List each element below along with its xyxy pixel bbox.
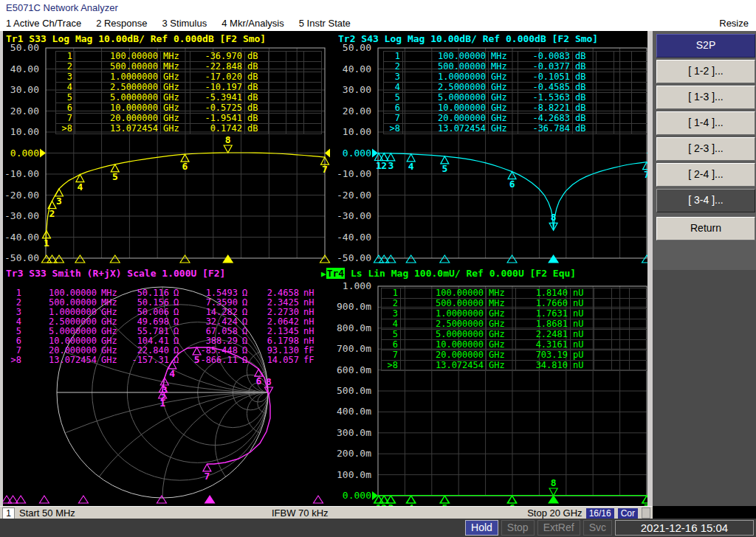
softkey-button-2[interactable]: [ 1-3 ]... <box>656 86 755 109</box>
menu-item-1[interactable]: 1 Active Ch/Trace <box>6 18 81 29</box>
status-blank-box <box>642 507 650 519</box>
softkey-return-button[interactable]: Return <box>656 217 755 240</box>
marker-row: >813.072454GHz-157.31Ω-866.11Ω14.057fF <box>7 356 320 365</box>
stimulus-marker-1[interactable] <box>2 496 12 503</box>
y-axis-tick: 10.00 <box>343 126 371 137</box>
smith-marker-7-indicator[interactable]: 7 <box>203 464 211 482</box>
points-badge: 16/16 <box>586 508 614 519</box>
svg-text:8: 8 <box>551 212 557 223</box>
marker-2-indicator[interactable]: 2 <box>380 496 388 506</box>
marker-4-indicator[interactable]: 4 <box>407 496 415 506</box>
marker-row: 42.5000000GHz1.8681nU <box>382 319 647 330</box>
marker-5-indicator[interactable]: 5 <box>441 156 449 174</box>
y-axis-tick: 50.00 <box>10 43 39 53</box>
y-axis-tick: 30.00 <box>343 84 371 95</box>
marker-row: >813.072454GHz0.1742dB <box>56 124 322 134</box>
stimulus-marker-8[interactable] <box>205 496 215 503</box>
marker-3-indicator[interactable]: 3 <box>55 189 63 207</box>
y-axis-tick: 100.0m <box>337 469 371 480</box>
marker-5-indicator[interactable]: 5 <box>441 496 449 506</box>
extref-indicator: ExtRef <box>537 520 580 536</box>
stimulus-marker-3[interactable] <box>386 255 396 263</box>
marker-3-indicator[interactable]: 3 <box>387 496 395 506</box>
stimulus-marker-8[interactable] <box>549 255 558 263</box>
resize-control[interactable]: Resize <box>719 18 749 29</box>
y-axis-tick: -20.00 <box>4 190 39 201</box>
menu-item-4[interactable]: 4 Mkr/Analysis <box>221 18 284 29</box>
y-axis-tick: 40.00 <box>343 63 371 75</box>
svg-text:6: 6 <box>255 375 261 387</box>
softkey-panel-filler <box>653 270 756 506</box>
marker-row: 610.000000GHz-0.5725dB <box>56 103 322 114</box>
sweep-stop-label: Stop 20 GHz <box>527 507 582 519</box>
marker-3-indicator[interactable]: 3 <box>387 153 395 171</box>
y-axis-tick: 40.00 <box>10 63 39 75</box>
menu-item-5[interactable]: 5 Instr State <box>299 18 351 29</box>
marker-row: 1100.00000MHz1.8140nU <box>382 288 647 299</box>
ref-level-arrow-left <box>40 149 46 158</box>
stimulus-marker-5[interactable] <box>78 496 88 503</box>
svg-text:4: 4 <box>78 181 83 193</box>
trace2-marker-table: 1100.00000MHz-0.0083dB2500.00000MHz-0.03… <box>383 51 650 134</box>
stimulus-marker-6[interactable] <box>157 496 166 503</box>
marker-4-indicator[interactable]: 4 <box>76 175 84 193</box>
softkey-button-1[interactable]: [ 1-2 ]... <box>656 60 755 83</box>
y-axis-tick: -10.00 <box>337 168 371 179</box>
y-axis-tick: 900.0m <box>337 301 371 312</box>
marker-6-indicator[interactable]: 6 <box>508 496 516 506</box>
system-status-bar: Hold Stop ExtRef Svc 2021-12-16 15:04 <box>0 519 756 537</box>
stimulus-marker-8[interactable] <box>223 255 233 263</box>
sweep-start-label: Start 50 MHz <box>19 507 75 519</box>
stimulus-marker-4[interactable] <box>39 496 49 503</box>
stimulus-marker-7[interactable] <box>314 496 323 503</box>
stimulus-marker-4[interactable] <box>406 255 416 263</box>
y-axis-tick: 30.00 <box>10 84 39 95</box>
marker-row: 720.000000GHz-4.2683dB <box>384 114 650 124</box>
y-axis-tick: 600.0m <box>337 364 371 375</box>
marker-row: 720.000000GHz703.19pU <box>382 350 647 361</box>
marker-row: 31.0000000GHz1.7631nU <box>382 309 647 319</box>
svc-indicator: Svc <box>583 520 612 536</box>
app-window: E5071C Network Analyzer 1 Active Ch/Trac… <box>0 0 756 537</box>
svg-text:8: 8 <box>225 134 231 145</box>
stimulus-marker-5[interactable] <box>440 255 450 263</box>
marker-row: 42.5000000GHz49.698Ω32.424Ω2.0642nH <box>7 317 320 327</box>
softkey-title-s2p[interactable]: S2P <box>656 34 755 58</box>
marker-5-indicator[interactable]: 5 <box>111 164 119 182</box>
marker-row: >813.072454GHz-36.784dB <box>384 124 650 134</box>
marker-2-indicator[interactable]: 2 <box>380 153 388 171</box>
y-axis-tick: 20.00 <box>343 105 371 117</box>
softkey-button-3[interactable]: [ 1-4 ]... <box>656 111 755 135</box>
marker-row: 31.0000000GHz-17.020dB <box>56 72 322 83</box>
softkey-button-5[interactable]: [ 2-4 ]... <box>656 163 755 187</box>
y-axis-tick: 400.0m <box>337 406 371 417</box>
y-axis-tick: 200.0m <box>337 448 371 459</box>
marker-8-indicator[interactable]: 8 <box>224 134 232 153</box>
y-axis-tick: 0.000 <box>343 148 371 159</box>
y-axis-tick: 50.00 <box>343 43 371 53</box>
svg-text:5: 5 <box>112 171 118 182</box>
marker-row: 720.000000GHz-1.9541dB <box>56 114 322 124</box>
menu-items: 1 Active Ch/Trace2 Response3 Stimulus4 M… <box>6 15 351 31</box>
softkey-button-4[interactable]: [ 2-3 ]... <box>656 137 755 161</box>
svg-text:8: 8 <box>266 376 272 387</box>
marker-4-indicator[interactable]: 4 <box>407 154 415 172</box>
y-axis-tick: 1.000 <box>343 280 371 291</box>
instrument-screen: Tr1 S33 Log Mag 10.00dB/ Ref 0.000dB [F2… <box>0 31 653 506</box>
menu-bar: 1 Active Ch/Trace2 Response3 Stimulus4 M… <box>0 15 756 31</box>
stimulus-marker-4[interactable] <box>75 255 85 263</box>
softkey-button-6[interactable]: [ 3-4 ]... <box>656 189 755 212</box>
marker-row: 2500.00000MHz50.156Ω7.3590Ω2.3425nH <box>7 298 320 308</box>
ifbw-label: IFBW 70 kHz <box>272 507 329 519</box>
marker-row: 610.000000GHz104.41Ω388.29Ω6.1798nH <box>7 336 320 346</box>
window-border-left <box>0 31 3 506</box>
stimulus-marker-5[interactable] <box>110 255 120 263</box>
y-axis-tick: 10.00 <box>10 126 39 137</box>
stimulus-marker-8[interactable] <box>549 496 558 503</box>
menu-item-3[interactable]: 3 Stimulus <box>162 18 207 29</box>
marker-row: 2500.00000MHz1.7660nU <box>382 299 647 309</box>
svg-text:6: 6 <box>509 179 515 190</box>
marker-8-indicator[interactable]: 8 <box>549 477 557 496</box>
marker-2-indicator[interactable]: 2 <box>48 201 56 219</box>
menu-item-2[interactable]: 2 Response <box>96 18 147 29</box>
